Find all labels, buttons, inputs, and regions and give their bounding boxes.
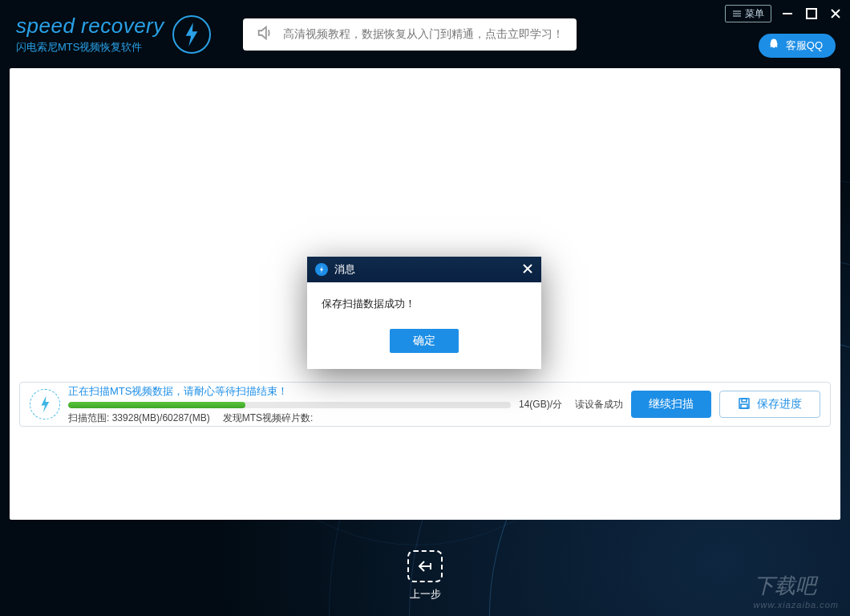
bolt-icon (172, 15, 211, 54)
scan-speed: 14(GB)/分 (519, 398, 562, 411)
minimize-button[interactable] (779, 6, 795, 22)
continue-scan-button[interactable]: 继续扫描 (631, 391, 711, 418)
message-dialog: 消息 保存扫描数据成功！ 确定 (307, 257, 541, 369)
svg-rect-2 (742, 399, 747, 402)
scan-metrics: 14(GB)/分 读设备成功 (519, 398, 623, 411)
dialog-ok-button[interactable]: 确定 (390, 329, 459, 353)
info-icon (315, 263, 328, 276)
previous-step-button[interactable]: 上一步 (407, 550, 443, 602)
scan-bolt-icon (30, 389, 60, 419)
watermark: 下载吧 www.xiazaiba.com (754, 572, 839, 610)
logo-title: speed recovery (16, 14, 164, 38)
support-label: 客服QQ (786, 38, 823, 53)
dialog-title: 消息 (334, 262, 355, 277)
scan-range: 扫描范围: 33928(MB)/60287(MB) (68, 411, 210, 425)
scan-status-bar: 正在扫描MTS视频数据，请耐心等待扫描结束！ 扫描范围: 33928(MB)/6… (19, 382, 831, 427)
back-arrow-icon (407, 550, 443, 582)
speaker-icon (256, 24, 273, 45)
save-progress-button[interactable]: 保存进度 (719, 391, 820, 418)
menu-label: 菜单 (745, 7, 764, 21)
window-controls: 菜单 (725, 5, 844, 22)
previous-step-label: 上一步 (410, 587, 441, 602)
maximize-button[interactable] (803, 6, 820, 22)
header: speed recovery 闪电索尼MTS视频恢复软件 高清视频教程，数据恢复… (0, 0, 850, 68)
qq-icon (767, 38, 781, 55)
support-qq-button[interactable]: 客服QQ (759, 34, 836, 58)
svg-rect-3 (741, 404, 747, 408)
dialog-titlebar: 消息 (307, 257, 541, 282)
app-window: speed recovery 闪电索尼MTS视频恢复软件 高清视频教程，数据恢复… (0, 0, 850, 616)
scan-info: 正在扫描MTS视频数据，请耐心等待扫描结束！ 扫描范围: 33928(MB)/6… (68, 384, 511, 425)
progress-fill (68, 402, 245, 408)
close-button[interactable] (828, 6, 844, 22)
scan-status-text: 正在扫描MTS视频数据，请耐心等待扫描结束！ (68, 384, 511, 399)
scan-fragments-label: 发现MTS视频碎片数: (223, 411, 314, 425)
dialog-close-button[interactable] (522, 263, 533, 277)
menu-button[interactable]: 菜单 (725, 5, 771, 22)
dialog-message: 保存扫描数据成功！ (322, 297, 527, 311)
close-icon (522, 263, 533, 274)
save-icon (738, 397, 751, 412)
progress-bar (68, 402, 511, 408)
menu-icon (732, 9, 742, 18)
dialog-body: 保存扫描数据成功！ (307, 282, 541, 329)
logo: speed recovery 闪电索尼MTS视频恢复软件 (16, 14, 211, 55)
svg-rect-0 (807, 9, 816, 18)
logo-subtitle: 闪电索尼MTS视频恢复软件 (16, 40, 164, 55)
device-status: 读设备成功 (575, 398, 623, 411)
promo-banner[interactable]: 高清视频教程，数据恢复从入门到精通，点击立即学习！ (243, 18, 577, 51)
promo-text: 高清视频教程，数据恢复从入门到精通，点击立即学习！ (283, 27, 564, 42)
